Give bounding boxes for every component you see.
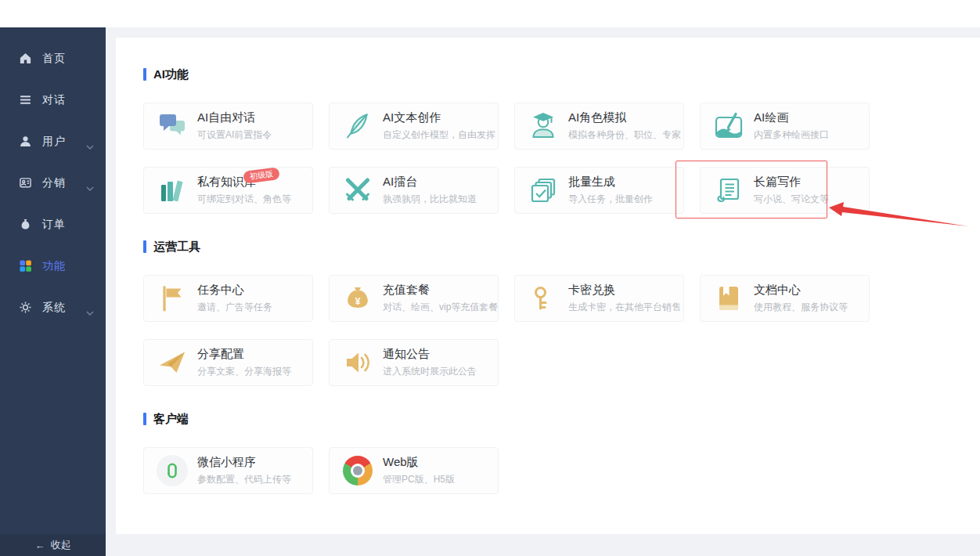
top-bar <box>0 0 980 27</box>
card-subtitle: 自定义创作模型，自由发挥 <box>383 128 495 142</box>
chat-lines-icon <box>19 93 32 107</box>
card-subtitle: 邀请、广告等任务 <box>197 301 272 314</box>
card-title: 长篇写作 <box>754 175 829 190</box>
feature-card[interactable]: 初级版私有知识库可绑定到对话、角色等 <box>143 167 313 214</box>
card-subtitle: 可绑定到对话、角色等 <box>197 193 291 206</box>
feature-card[interactable]: 任务中心邀请、广告等任务 <box>143 275 313 322</box>
doc-book-icon <box>713 283 744 314</box>
card-grid: AI自由对话可设置AI前置指令AI文本创作自定义创作模型，自由发挥AI角色模拟模… <box>143 103 871 214</box>
section-title: 客户端 <box>153 412 189 427</box>
feature-card[interactable]: 长篇写作写小说、写论文等 <box>700 167 870 214</box>
card-subtitle: 可设置AI前置指令 <box>197 128 272 142</box>
chevron-down-icon <box>86 139 94 152</box>
card-subtitle: 对话、绘画、vip等充值套餐 <box>383 301 498 314</box>
section-header: 客户端 <box>143 412 871 426</box>
card-subtitle: 孰强孰弱，比比就知道 <box>383 193 477 206</box>
books-icon <box>157 175 188 206</box>
paper-plane-icon <box>157 347 188 378</box>
section-accent-bar <box>143 413 146 425</box>
card-title: AI绘画 <box>754 110 829 125</box>
feature-card[interactable]: 分享配置分享文案、分享海报等 <box>143 339 313 386</box>
sidebar-item-label: 功能 <box>42 259 66 273</box>
sidebar-item-label: 分销 <box>42 176 66 190</box>
feature-card[interactable]: 微信小程序参数配置、代码上传等 <box>143 447 313 494</box>
card-title: 充值套餐 <box>383 283 498 298</box>
chrome-icon <box>342 455 373 486</box>
feature-card[interactable]: AI绘画内置多种绘画接口 <box>700 103 870 150</box>
sidebar: 首页对话用户分销订单功能系统 ← 收起 <box>0 27 106 556</box>
card-subtitle: 模拟各种身份、职位、专家 <box>568 128 681 142</box>
user-icon <box>19 135 32 148</box>
wechat-miniprogram-icon <box>157 455 188 486</box>
card-title: AI擂台 <box>383 175 477 190</box>
card-title: 文档中心 <box>754 283 848 298</box>
feature-card[interactable]: ¥充值套餐对话、绘画、vip等充值套餐 <box>329 275 499 322</box>
speaker-icon <box>342 347 373 378</box>
sidebar-item-label: 订单 <box>42 218 66 232</box>
section-1: AI功能AI自由对话可设置AI前置指令AI文本创作自定义创作模型，自由发挥AI角… <box>143 67 871 214</box>
longform-book-icon <box>713 175 744 206</box>
paint-canvas-icon <box>713 110 744 142</box>
collapse-arrow-icon: ← <box>35 540 45 551</box>
chevron-down-icon <box>86 305 94 318</box>
graduate-role-icon <box>528 110 559 142</box>
gear-icon <box>19 301 32 314</box>
card-subtitle: 管理PC版、H5版 <box>383 473 455 486</box>
feature-card[interactable]: Web版管理PC版、H5版 <box>329 447 499 494</box>
sidebar-item-user[interactable]: 用户 <box>0 121 106 162</box>
card-title: 分享配置 <box>197 347 291 362</box>
collapse-label: 收起 <box>51 538 71 552</box>
content-panel: AI功能AI自由对话可设置AI前置指令AI文本创作自定义创作模型，自由发挥AI角… <box>116 38 980 534</box>
key-icon <box>528 283 559 314</box>
features-grid-icon <box>19 259 32 273</box>
section-title: 运营工具 <box>153 240 200 255</box>
distribution-icon <box>19 176 32 190</box>
feature-card[interactable]: AI擂台孰强孰弱，比比就知道 <box>329 167 499 214</box>
section-title: AI功能 <box>153 67 189 82</box>
card-title: AI角色模拟 <box>568 110 681 125</box>
crossed-swords-icon <box>342 175 373 206</box>
order-bag-icon <box>19 218 32 231</box>
card-grid: 微信小程序参数配置、代码上传等Web版管理PC版、H5版 <box>143 447 871 494</box>
section-header: 运营工具 <box>143 240 871 254</box>
card-subtitle: 进入系统时展示此公告 <box>383 365 477 378</box>
home-icon <box>19 52 32 65</box>
feature-card[interactable]: 批量生成导入任务，批量创作 <box>514 167 684 214</box>
sidebar-item-order-bag[interactable]: 订单 <box>0 204 106 245</box>
feature-card[interactable]: AI文本创作自定义创作模型，自由发挥 <box>329 103 499 150</box>
sidebar-item-features-grid[interactable]: 功能 <box>0 245 106 287</box>
sidebar-item-gear[interactable]: 系统 <box>0 287 106 328</box>
section-header: AI功能 <box>143 67 871 81</box>
sidebar-item-label: 首页 <box>42 52 66 66</box>
section-2: 运营工具任务中心邀请、广告等任务¥充值套餐对话、绘画、vip等充值套餐卡密兑换生… <box>143 240 871 386</box>
svg-text:¥: ¥ <box>355 296 361 307</box>
card-subtitle: 参数配置、代码上传等 <box>197 473 291 486</box>
feature-card[interactable]: 文档中心使用教程、服务协议等 <box>700 275 870 322</box>
card-title: Web版 <box>383 455 455 470</box>
sidebar-item-home[interactable]: 首页 <box>0 38 106 79</box>
feature-card[interactable]: 卡密兑换生成卡密，在其他平台销售 <box>514 275 684 322</box>
card-grid: 任务中心邀请、广告等任务¥充值套餐对话、绘画、vip等充值套餐卡密兑换生成卡密，… <box>143 275 871 386</box>
chat-bubbles-icon <box>157 110 188 142</box>
content-area: AI功能AI自由对话可设置AI前置指令AI文本创作自定义创作模型，自由发挥AI角… <box>106 27 980 556</box>
card-subtitle: 使用教程、服务协议等 <box>754 301 848 314</box>
card-subtitle: 生成卡密，在其他平台销售 <box>568 301 681 314</box>
sidebar-item-distribution[interactable]: 分销 <box>0 162 106 204</box>
section-accent-bar <box>143 68 146 81</box>
card-title: AI自由对话 <box>197 110 272 125</box>
sidebar-item-chat-lines[interactable]: 对话 <box>0 79 106 121</box>
card-subtitle: 内置多种绘画接口 <box>754 128 829 142</box>
sidebar-item-label: 用户 <box>42 135 66 149</box>
quill-icon <box>342 110 373 142</box>
sidebar-item-label: 对话 <box>42 93 66 107</box>
section-accent-bar <box>143 240 146 253</box>
chevron-down-icon <box>86 181 94 193</box>
feature-card[interactable]: AI自由对话可设置AI前置指令 <box>143 103 313 150</box>
collapse-sidebar-button[interactable]: ← 收起 <box>0 534 106 556</box>
feature-card[interactable]: AI角色模拟模拟各种身份、职位、专家 <box>514 103 684 150</box>
batch-stack-icon <box>528 175 559 206</box>
card-subtitle: 写小说、写论文等 <box>754 193 829 206</box>
section-3: 客户端微信小程序参数配置、代码上传等Web版管理PC版、H5版 <box>143 412 871 494</box>
feature-card[interactable]: 通知公告进入系统时展示此公告 <box>329 339 499 386</box>
flag-icon <box>157 283 188 314</box>
